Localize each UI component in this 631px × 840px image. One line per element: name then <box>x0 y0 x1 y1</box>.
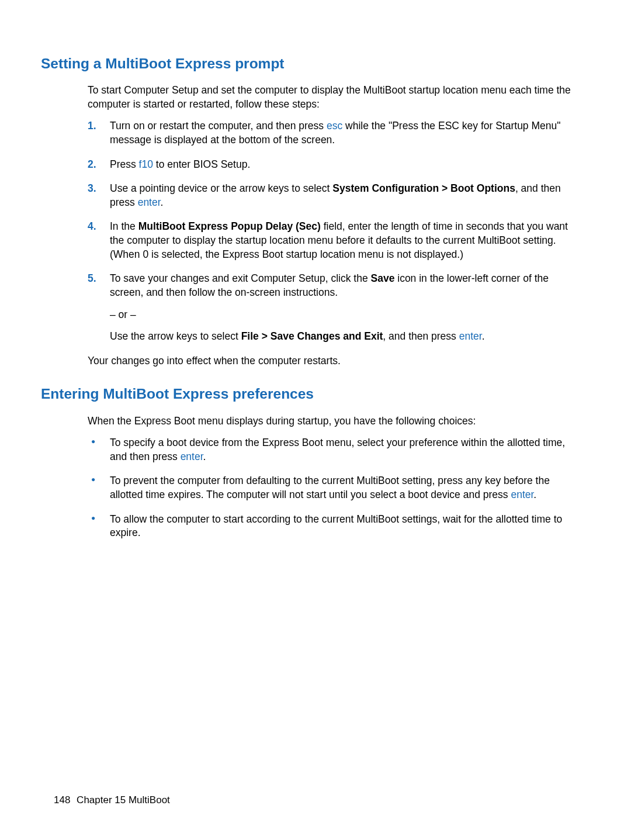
bullet-text: To specify a boot device from the Expres… <box>110 437 565 462</box>
or-separator: – or – <box>110 308 577 322</box>
key-f10: f10 <box>139 158 153 170</box>
step-number: 5. <box>88 272 96 286</box>
step-3: 3. Use a pointing device or the arrow ke… <box>88 182 577 209</box>
step-4: 4. In the MultiBoot Express Popup Delay … <box>88 220 577 261</box>
step-text: . <box>161 196 164 208</box>
bullet-text: To allow the computer to start according… <box>110 513 562 539</box>
key-enter: enter <box>511 489 533 500</box>
bullet-text: . <box>533 489 536 500</box>
section1-intro: To start Computer Setup and set the comp… <box>88 84 577 111</box>
step-2: 2. Press f10 to enter BIOS Setup. <box>88 158 577 172</box>
step-number: 4. <box>88 220 96 234</box>
step-text: to enter BIOS Setup. <box>153 158 250 170</box>
step-1: 1. Turn on or restart the computer, and … <box>88 119 577 147</box>
field-name: MultiBoot Express Popup Delay (Sec) <box>138 220 321 232</box>
step-text: , and then press <box>383 330 459 342</box>
section-heading-entering-prefs: Entering MultiBoot Express preferences <box>41 384 577 403</box>
step-text: Use the arrow keys to select <box>110 330 241 342</box>
section1-ordered-list: 1. Turn on or restart the computer, and … <box>88 119 577 344</box>
key-esc: esc <box>327 120 342 132</box>
menu-path: System Configuration > Boot Options <box>332 182 515 194</box>
icon-name: Save <box>371 272 395 284</box>
key-enter: enter <box>138 196 161 208</box>
step-number: 3. <box>88 182 96 196</box>
page-number: 148 <box>54 794 70 806</box>
menu-path: File > Save Changes and Exit <box>241 330 383 342</box>
bullet-3: To allow the computer to start according… <box>88 513 577 540</box>
step-text: Use a pointing device or the arrow keys … <box>110 182 332 194</box>
chapter-label: Chapter 15 MultiBoot <box>77 794 170 806</box>
bullet-1: To specify a boot device from the Expres… <box>88 436 577 464</box>
section-heading-setting-prompt: Setting a MultiBoot Express prompt <box>41 54 577 73</box>
step-text: To save your changes and exit Computer S… <box>110 272 371 284</box>
page-footer: 148 Chapter 15 MultiBoot <box>54 794 170 807</box>
section2-intro: When the Express Boot menu displays duri… <box>88 414 577 428</box>
key-enter: enter <box>459 330 482 342</box>
step-text: Press <box>110 158 139 170</box>
key-enter: enter <box>181 451 203 462</box>
step-text: Turn on or restart the computer, and the… <box>110 120 327 132</box>
section2-bullet-list: To specify a boot device from the Expres… <box>88 436 577 540</box>
step-number: 1. <box>88 119 96 133</box>
step-text: In the <box>110 220 138 232</box>
section1-closing: Your changes go into effect when the com… <box>88 354 577 368</box>
bullet-2: To prevent the computer from defaulting … <box>88 474 577 502</box>
bullet-text: . <box>203 451 206 462</box>
step-number: 2. <box>88 158 96 172</box>
step-5: 5. To save your changes and exit Compute… <box>88 272 577 344</box>
step-text: . <box>482 330 485 342</box>
bullet-text: To prevent the computer from defaulting … <box>110 475 550 500</box>
step-5-alt: Use the arrow keys to select File > Save… <box>110 330 577 344</box>
